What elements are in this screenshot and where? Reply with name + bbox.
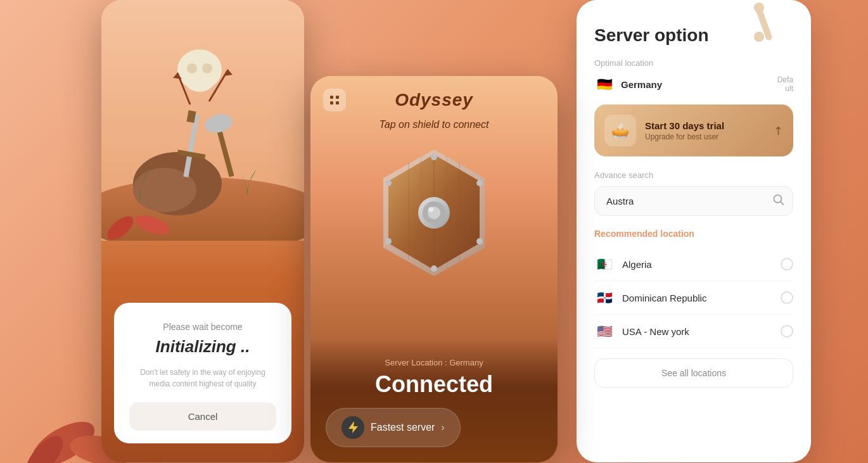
svg-point-29 xyxy=(431,154,437,160)
advance-search-label: Advance search xyxy=(594,170,793,180)
svg-point-15 xyxy=(202,63,212,73)
dot1 xyxy=(330,96,333,99)
svg-point-34 xyxy=(385,180,392,186)
app-title: Odyssey xyxy=(395,90,473,110)
fastest-server-label: Fastest server xyxy=(371,422,435,433)
default-badge: Defa ult xyxy=(777,75,793,93)
trial-icon: 🥧 xyxy=(604,115,636,146)
arrow-right-icon: › xyxy=(441,422,444,433)
init-description: Don't let safety in the way of enjoying … xyxy=(129,367,276,390)
top-decoration xyxy=(748,0,811,44)
dominican-option[interactable]: 🇩🇴 Dominican Republic xyxy=(594,281,793,315)
cancel-button[interactable]: Cancel xyxy=(129,402,276,431)
svg-point-40 xyxy=(754,3,764,13)
algeria-name: Algeria xyxy=(622,259,652,270)
dot2 xyxy=(336,96,339,99)
search-icon xyxy=(773,194,784,205)
search-input[interactable] xyxy=(594,186,793,216)
svg-point-42 xyxy=(774,195,782,203)
usa-option[interactable]: 🇺🇸 USA - New york xyxy=(594,315,793,348)
default-line2: ult xyxy=(777,84,793,93)
dominican-radio[interactable] xyxy=(781,291,793,304)
server-location-text: Server Location : Germany xyxy=(326,358,542,367)
dots-grid xyxy=(330,96,339,105)
see-all-locations-button[interactable]: See all locations xyxy=(594,358,793,388)
shield-svg[interactable] xyxy=(371,143,497,282)
dominican-name: Dominican Republic xyxy=(622,293,706,303)
center-panel: Odyssey Tap on shield to connect xyxy=(310,76,558,462)
search-button[interactable] xyxy=(773,194,784,208)
usa-left: 🇺🇸 USA - New york xyxy=(594,321,689,341)
connected-title: Connected xyxy=(326,371,542,398)
svg-point-31 xyxy=(476,238,483,244)
bolt-icon-circle xyxy=(341,416,364,439)
bone-decoration xyxy=(748,0,811,44)
dominican-flag: 🇩🇴 xyxy=(594,288,615,308)
svg-point-32 xyxy=(431,265,437,272)
optimal-location-left: 🇩🇪 Germany xyxy=(594,74,662,94)
tap-instruction: Tap on shield to connect xyxy=(310,119,558,130)
trial-text: Start 30 days trial Upgrade for best use… xyxy=(645,120,724,141)
shield-container[interactable] xyxy=(310,143,558,282)
optimal-location-row: 🇩🇪 Germany Defa ult xyxy=(594,74,793,94)
right-panel: Server option Optimal location 🇩🇪 German… xyxy=(577,0,811,462)
center-top-bar: Odyssey xyxy=(310,76,558,111)
bolt-icon xyxy=(347,421,359,434)
right-content: Server option Optimal location 🇩🇪 German… xyxy=(577,0,811,405)
search-container xyxy=(594,186,793,216)
usa-flag: 🇺🇸 xyxy=(594,321,615,341)
svg-point-14 xyxy=(187,63,197,73)
usa-radio[interactable] xyxy=(781,325,793,338)
left-illustration xyxy=(101,0,304,241)
algeria-left: 🇩🇿 Algeria xyxy=(594,254,652,274)
center-bottom: Server Location : Germany Connected Fast… xyxy=(310,339,558,462)
svg-point-13 xyxy=(186,73,214,92)
svg-point-33 xyxy=(385,238,392,244)
trial-title: Start 30 days trial xyxy=(645,120,724,131)
fastest-server-button[interactable]: Fastest server › xyxy=(326,408,461,447)
dot4 xyxy=(336,101,339,105)
svg-point-38 xyxy=(428,207,433,212)
algeria-flag: 🇩🇿 xyxy=(594,254,615,274)
svg-point-30 xyxy=(476,180,483,186)
initializing-card: Please wait become Initializing .. Don't… xyxy=(114,303,291,443)
trial-subtitle: Upgrade for best user xyxy=(645,132,724,141)
trial-arrow-icon: ↗ xyxy=(770,122,786,139)
algeria-radio[interactable] xyxy=(781,258,793,270)
dominican-left: 🇩🇴 Dominican Republic xyxy=(594,288,706,308)
germany-flag: 🇩🇪 xyxy=(594,74,615,94)
svg-line-43 xyxy=(781,201,784,205)
dot3 xyxy=(330,101,333,105)
menu-dots-button[interactable] xyxy=(323,89,346,111)
please-wait-text: Please wait become xyxy=(129,322,276,332)
germany-name: Germany xyxy=(621,79,662,90)
trial-card[interactable]: 🥧 Start 30 days trial Upgrade for best u… xyxy=(594,105,793,156)
default-line1: Defa xyxy=(777,75,793,84)
svg-point-41 xyxy=(754,32,764,42)
optimal-location-label: Optimal location xyxy=(594,58,793,68)
initializing-title: Initializing .. xyxy=(129,337,276,357)
algeria-option[interactable]: 🇩🇿 Algeria xyxy=(594,248,793,281)
recommended-label: Recommended location xyxy=(594,229,793,239)
usa-name: USA - New york xyxy=(622,326,689,337)
left-panel: Please wait become Initializing .. Don't… xyxy=(101,0,304,462)
